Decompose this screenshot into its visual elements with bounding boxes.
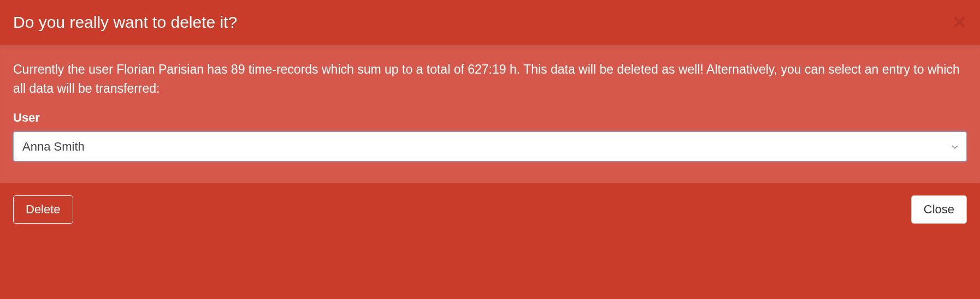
close-button[interactable]: Close (911, 195, 967, 224)
close-icon[interactable]: ✕ (952, 14, 967, 31)
modal-title: Do you really want to delete it? (13, 13, 237, 32)
modal-body: Currently the user Florian Parisian has … (0, 45, 980, 183)
user-select[interactable]: Anna Smith (13, 131, 967, 162)
delete-button[interactable]: Delete (13, 195, 73, 224)
modal-header: Do you really want to delete it? ✕ (0, 0, 980, 45)
user-field-label: User (13, 111, 967, 125)
warning-message: Currently the user Florian Parisian has … (13, 60, 967, 98)
modal-footer: Delete Close (0, 183, 980, 236)
user-select-wrapper: Anna Smith (13, 131, 967, 162)
